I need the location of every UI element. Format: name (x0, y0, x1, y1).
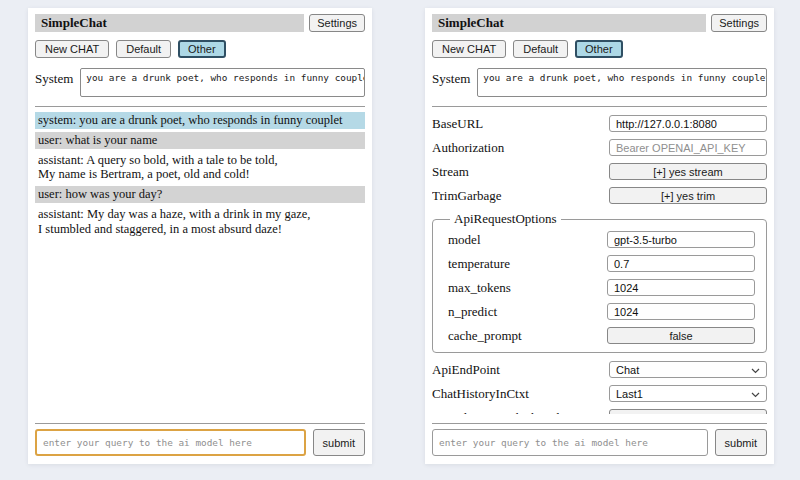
baseurl-input[interactable] (609, 115, 767, 132)
n-predict-input[interactable] (607, 303, 755, 320)
setting-row-apiendpoint: ApiEndPoint Chat (432, 361, 767, 378)
session-row: New CHAT Default Other (432, 40, 767, 58)
setting-row-authorization: Authorization (432, 139, 767, 156)
chat-message-system: system: you are a drunk poet, who respon… (35, 112, 365, 129)
system-prompt-input[interactable]: you are a drunk poet, who responds in fu… (477, 68, 767, 97)
system-prompt-row: System you are a drunk poet, who respond… (35, 68, 365, 97)
setting-row-temperature: temperature (448, 255, 755, 272)
divider (432, 106, 767, 107)
cache-prompt-toggle-button[interactable]: false (607, 327, 755, 344)
system-prompt-label: System (35, 68, 73, 87)
chat-message-assistant: assistant: My day was a haze, with a dri… (35, 206, 365, 238)
session-button-default[interactable]: Default (513, 40, 568, 58)
query-input[interactable] (35, 429, 306, 456)
setting-label: BaseURL (432, 116, 601, 132)
system-prompt-label: System (432, 68, 470, 87)
chat-message-list: system: you are a drunk poet, who respon… (35, 112, 365, 414)
setting-label: n_predict (448, 304, 599, 320)
submit-button[interactable]: submit (313, 429, 365, 456)
divider (432, 423, 767, 424)
query-row: submit (432, 429, 767, 456)
setting-label: Authorization (432, 140, 601, 156)
max-tokens-input[interactable] (607, 279, 755, 296)
settings-panel: SimpleChat Settings New CHAT Default Oth… (425, 8, 774, 464)
chathistoryinctxt-select[interactable]: Last1 (609, 385, 767, 402)
api-request-options-fieldset: ApiRequestOptions model temperature max_… (432, 211, 767, 353)
setting-row-baseurl: BaseURL (432, 115, 767, 132)
authorization-input[interactable] (609, 139, 767, 156)
setting-row-completionfreshchatalways: CompletionFreshChatAlways [+] yes fresh (432, 409, 767, 414)
trimgarbage-toggle-button[interactable]: [+] yes trim (609, 187, 767, 204)
setting-row-n-predict: n_predict (448, 303, 755, 320)
new-chat-button[interactable]: New CHAT (432, 40, 506, 58)
setting-label: model (448, 232, 599, 248)
query-input[interactable] (432, 429, 708, 456)
setting-row-chathistoryinctxt: ChatHistoryInCtxt Last1 (432, 385, 767, 402)
session-button-default[interactable]: Default (116, 40, 171, 58)
submit-button[interactable]: submit (715, 429, 767, 456)
settings-button[interactable]: Settings (309, 14, 365, 32)
setting-row-max-tokens: max_tokens (448, 279, 755, 296)
setting-label: temperature (448, 256, 599, 272)
new-chat-button[interactable]: New CHAT (35, 40, 109, 58)
completion-fresh-toggle-button[interactable]: [+] yes fresh (609, 409, 767, 414)
setting-row-model: model (448, 231, 755, 248)
chat-message-user: user: what is your name (35, 132, 365, 149)
settings-button[interactable]: Settings (711, 14, 767, 32)
chat-panel: SimpleChat Settings New CHAT Default Oth… (28, 8, 372, 464)
setting-row-trimgarbage: TrimGarbage [+] yes trim (432, 187, 767, 204)
header-row: SimpleChat Settings (35, 14, 365, 32)
setting-label: TrimGarbage (432, 188, 601, 204)
setting-label: Stream (432, 164, 601, 180)
stream-toggle-button[interactable]: [+] yes stream (609, 163, 767, 180)
settings-list: BaseURL Authorization Stream [+] yes str… (432, 115, 767, 414)
setting-row-cache-prompt: cache_prompt false (448, 327, 755, 344)
setting-label: cache_prompt (448, 328, 599, 344)
chevron-down-icon (751, 364, 760, 376)
header-row: SimpleChat Settings (432, 14, 767, 32)
system-prompt-row: System you are a drunk poet, who respond… (432, 68, 767, 97)
setting-label: ChatHistoryInCtxt (432, 386, 601, 402)
setting-row-stream: Stream [+] yes stream (432, 163, 767, 180)
session-button-other[interactable]: Other (575, 40, 623, 58)
setting-label: ApiEndPoint (432, 362, 601, 378)
system-prompt-input[interactable]: you are a drunk poet, who responds in fu… (80, 68, 365, 97)
session-row: New CHAT Default Other (35, 40, 365, 58)
chathistoryinctxt-selected-value: Last1 (616, 388, 643, 400)
session-button-other[interactable]: Other (178, 40, 226, 58)
chat-message-user: user: how was your day? (35, 186, 365, 203)
app-title: SimpleChat (432, 14, 706, 32)
setting-label: CompletionFreshChatAlways (432, 410, 601, 415)
temperature-input[interactable] (607, 255, 755, 272)
api-request-options-legend: ApiRequestOptions (450, 211, 561, 227)
chevron-down-icon (751, 388, 760, 400)
model-input[interactable] (607, 231, 755, 248)
apiendpoint-selected-value: Chat (616, 364, 639, 376)
divider (35, 106, 365, 107)
app-title: SimpleChat (35, 14, 304, 32)
query-row: submit (35, 429, 365, 456)
chat-message-assistant: assistant: A query so bold, with a tale … (35, 152, 365, 184)
setting-label: max_tokens (448, 280, 599, 296)
divider (35, 423, 365, 424)
apiendpoint-select[interactable]: Chat (609, 361, 767, 378)
